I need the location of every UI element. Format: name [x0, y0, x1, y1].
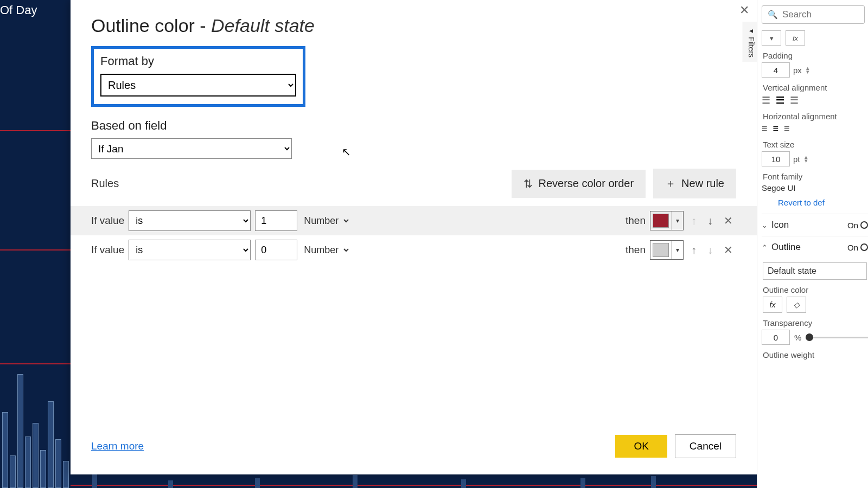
- transparency-label: Transparency: [763, 318, 868, 328]
- move-down-icon[interactable]: ↓: [704, 215, 716, 227]
- valign-top-icon[interactable]: ☰: [762, 94, 770, 106]
- rules-list: If value is Number then ▾ ↑ ↓ ✕ If value…: [71, 206, 757, 265]
- color-swatch: [653, 243, 669, 257]
- plus-icon: ＋: [665, 176, 676, 191]
- toggle-switch[interactable]: [860, 243, 868, 251]
- toggle-switch[interactable]: [860, 221, 868, 229]
- if-value-label: If value: [91, 215, 124, 227]
- move-up-icon[interactable]: ↑: [688, 215, 700, 227]
- fx-button[interactable]: fx: [786, 30, 805, 46]
- then-label: then: [626, 244, 646, 256]
- title-prefix: Outline color -: [91, 15, 211, 36]
- rule-operator-select[interactable]: is: [129, 240, 251, 260]
- revert-to-default-link[interactable]: Revert to def: [778, 198, 868, 207]
- new-rule-label: New rule: [681, 177, 724, 190]
- padding-value[interactable]: 4: [762, 62, 790, 78]
- expand-icon: ◂: [747, 26, 756, 35]
- move-down-icon[interactable]: ↓: [704, 244, 716, 256]
- rule-color-picker[interactable]: ▾: [650, 240, 684, 260]
- fontfam-value[interactable]: Segoe UI: [762, 183, 796, 192]
- then-label: then: [626, 215, 646, 227]
- filters-label: Filters: [747, 37, 756, 57]
- valign-mid-icon[interactable]: ☰: [776, 94, 784, 106]
- icon-state: On: [847, 221, 858, 230]
- outline-color-label: Outline color: [763, 285, 868, 294]
- dialog-title: Outline color - Default state: [71, 0, 757, 46]
- delete-rule-icon[interactable]: ✕: [720, 243, 736, 256]
- state-select[interactable]: Default state: [763, 262, 867, 280]
- close-icon[interactable]: ✕: [739, 3, 749, 17]
- fontfam-label: Font family: [763, 172, 868, 181]
- format-by-group: Format by Rules: [91, 46, 305, 107]
- halign-center-icon[interactable]: ≡: [773, 123, 779, 134]
- halign-right-icon[interactable]: ≡: [784, 123, 790, 134]
- outline-accordion[interactable]: ⌃ Outline On: [762, 236, 868, 258]
- conditional-formatting-dialog: ✕ Outline color - Default state Format b…: [71, 0, 757, 474]
- stepper-icon[interactable]: ▴▾: [805, 155, 808, 163]
- color-swatch: [653, 214, 669, 228]
- rule-operator-select[interactable]: is: [129, 210, 251, 231]
- report-subtitle: Of Day: [0, 0, 37, 17]
- cancel-button[interactable]: Cancel: [675, 434, 736, 458]
- new-rule-button[interactable]: ＋ New rule: [653, 169, 736, 198]
- rules-label: Rules: [91, 177, 119, 190]
- reverse-label: Reverse color order: [538, 177, 634, 190]
- outline-state: On: [847, 243, 858, 252]
- filters-pane-tab[interactable]: ◂ Filters: [743, 22, 757, 62]
- search-input[interactable]: [782, 9, 859, 20]
- icon-label: Icon: [771, 220, 847, 230]
- textsize-value[interactable]: 10: [762, 151, 790, 166]
- padding-label: Padding: [763, 51, 868, 60]
- if-value-label: If value: [91, 244, 124, 256]
- halign-left-icon[interactable]: ≡: [762, 123, 768, 134]
- delete-rule-icon[interactable]: ✕: [720, 214, 736, 227]
- halign-label: Horizontal alignment: [763, 112, 868, 121]
- ok-button[interactable]: OK: [615, 435, 667, 458]
- search-icon: 🔍: [768, 10, 778, 20]
- rule-value-input[interactable]: [255, 240, 297, 260]
- valign-label: Vertical alignment: [763, 83, 868, 92]
- transparency-slider[interactable]: [806, 337, 868, 338]
- stepper-icon[interactable]: ▴▾: [806, 66, 809, 74]
- move-up-icon[interactable]: ↑: [688, 244, 700, 256]
- based-on-field-select[interactable]: If Jan: [91, 138, 292, 159]
- textsize-unit: pt: [793, 155, 800, 164]
- textsize-label: Text size: [763, 140, 868, 149]
- rule-row: If value is Number then ▾ ↑ ↓ ✕: [91, 235, 736, 265]
- rule-color-picker[interactable]: ▾: [650, 211, 684, 230]
- chevron-down-icon: ▾: [671, 211, 683, 230]
- outline-weight-label: Outline weight: [763, 350, 868, 359]
- transparency-value[interactable]: 0: [762, 330, 790, 345]
- rule-row: If value is Number then ▾ ↑ ↓ ✕: [71, 206, 757, 235]
- icon-accordion[interactable]: ⌄ Icon On: [762, 214, 868, 236]
- search-box[interactable]: 🔍: [762, 5, 865, 24]
- based-on-field-label: Based on field: [91, 119, 736, 133]
- chevron-down-icon: ▾: [671, 241, 683, 259]
- format-pane: 🔍 ▾ fx Padding 4 px ▴▾ Vertical alignmen…: [757, 0, 868, 488]
- valign-bottom-icon[interactable]: ☰: [790, 94, 799, 106]
- rule-type-select[interactable]: Number: [302, 210, 350, 231]
- learn-more-link[interactable]: Learn more: [91, 440, 144, 452]
- rule-type-select[interactable]: Number: [302, 240, 350, 260]
- background-bars-left: [0, 38, 71, 488]
- title-state: Default state: [211, 15, 315, 36]
- format-by-label: Format by: [100, 54, 296, 68]
- erase-button[interactable]: ◇: [787, 297, 806, 313]
- chevron-down-icon: ⌄: [762, 221, 771, 229]
- fx-button[interactable]: fx: [763, 297, 782, 313]
- transparency-unit: %: [794, 333, 801, 342]
- chevron-up-icon: ⌃: [762, 243, 771, 252]
- padding-unit: px: [793, 66, 802, 75]
- reverse-color-order-button[interactable]: ⇅ Reverse color order: [512, 170, 646, 198]
- rule-value-input[interactable]: [255, 210, 297, 231]
- dropdown-button[interactable]: ▾: [762, 30, 781, 46]
- swap-icon: ⇅: [524, 177, 533, 190]
- outline-label: Outline: [771, 242, 847, 253]
- format-by-select[interactable]: Rules: [100, 74, 296, 97]
